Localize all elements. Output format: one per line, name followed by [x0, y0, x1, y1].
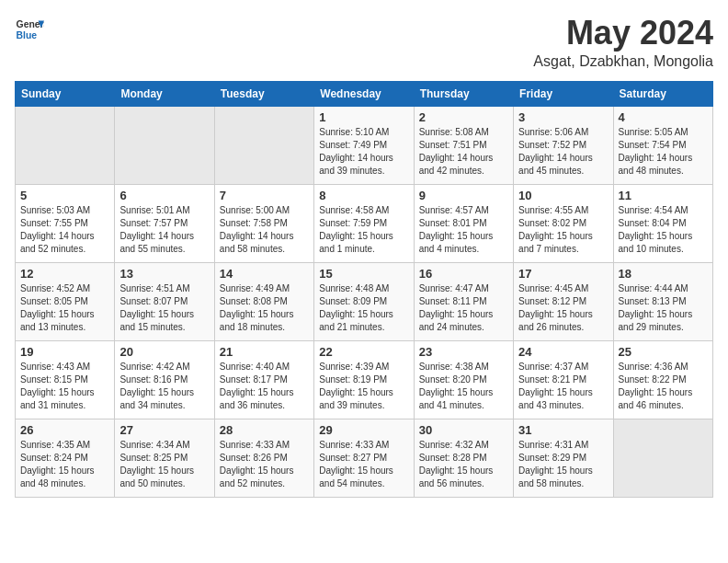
day-number: 29 [319, 423, 408, 437]
day-number: 22 [319, 345, 408, 359]
calendar-cell: 3Sunrise: 5:06 AM Sunset: 7:52 PM Daylig… [514, 106, 613, 184]
logo: General Blue [15, 15, 44, 44]
weekday-header-monday: Monday [115, 81, 214, 106]
calendar-cell: 23Sunrise: 4:38 AM Sunset: 8:20 PM Dayli… [414, 340, 513, 419]
calendar-cell [214, 106, 313, 184]
calendar-cell: 2Sunrise: 5:08 AM Sunset: 7:51 PM Daylig… [414, 106, 513, 184]
calendar-cell: 27Sunrise: 4:34 AM Sunset: 8:25 PM Dayli… [115, 419, 214, 497]
logo-icon: General Blue [15, 15, 44, 44]
day-number: 21 [220, 345, 309, 359]
day-number: 15 [319, 267, 408, 281]
day-number: 20 [119, 345, 209, 359]
day-number: 31 [518, 423, 608, 437]
day-number: 5 [20, 189, 109, 202]
weekday-header-sunday: Sunday [16, 81, 115, 106]
day-number: 18 [619, 267, 708, 281]
calendar-cell: 21Sunrise: 4:40 AM Sunset: 8:17 PM Dayli… [214, 340, 313, 419]
day-number: 8 [319, 189, 408, 202]
day-info: Sunrise: 4:51 AM Sunset: 8:07 PM Dayligh… [119, 282, 209, 334]
day-number: 2 [419, 110, 508, 124]
day-info: Sunrise: 4:43 AM Sunset: 8:15 PM Dayligh… [20, 361, 109, 412]
day-number: 10 [518, 189, 608, 202]
calendar-table: SundayMondayTuesdayWednesdayThursdayFrid… [15, 81, 713, 498]
day-number: 1 [319, 110, 408, 124]
day-info: Sunrise: 5:03 AM Sunset: 7:55 PM Dayligh… [20, 204, 109, 256]
weekday-header-saturday: Saturday [613, 81, 712, 106]
day-info: Sunrise: 4:52 AM Sunset: 8:05 PM Dayligh… [20, 282, 109, 334]
calendar-cell: 12Sunrise: 4:52 AM Sunset: 8:05 PM Dayli… [16, 262, 115, 340]
day-info: Sunrise: 4:40 AM Sunset: 8:17 PM Dayligh… [220, 361, 309, 412]
day-info: Sunrise: 4:49 AM Sunset: 8:08 PM Dayligh… [220, 282, 309, 334]
day-number: 19 [20, 345, 109, 359]
day-number: 30 [419, 423, 508, 437]
day-info: Sunrise: 4:32 AM Sunset: 8:28 PM Dayligh… [419, 439, 508, 490]
day-info: Sunrise: 4:57 AM Sunset: 8:01 PM Dayligh… [419, 204, 508, 256]
day-info: Sunrise: 5:10 AM Sunset: 7:49 PM Dayligh… [319, 126, 408, 178]
day-number: 11 [619, 189, 708, 202]
calendar-cell: 8Sunrise: 4:58 AM Sunset: 7:59 PM Daylig… [314, 184, 414, 262]
day-number: 26 [20, 423, 109, 437]
month-title: May 2024 [533, 15, 713, 52]
day-info: Sunrise: 4:42 AM Sunset: 8:16 PM Dayligh… [119, 361, 209, 412]
day-info: Sunrise: 4:33 AM Sunset: 8:27 PM Dayligh… [319, 439, 408, 490]
day-number: 14 [220, 267, 309, 281]
day-info: Sunrise: 4:31 AM Sunset: 8:29 PM Dayligh… [518, 439, 608, 490]
day-info: Sunrise: 5:01 AM Sunset: 7:57 PM Dayligh… [119, 204, 209, 256]
day-info: Sunrise: 4:36 AM Sunset: 8:22 PM Dayligh… [619, 361, 708, 412]
day-info: Sunrise: 4:38 AM Sunset: 8:20 PM Dayligh… [419, 361, 508, 412]
calendar-cell [115, 106, 214, 184]
day-info: Sunrise: 4:44 AM Sunset: 8:13 PM Dayligh… [619, 282, 708, 334]
calendar-week-row: 1Sunrise: 5:10 AM Sunset: 7:49 PM Daylig… [16, 106, 713, 184]
day-info: Sunrise: 4:47 AM Sunset: 8:11 PM Dayligh… [419, 282, 508, 334]
day-number: 25 [619, 345, 708, 359]
calendar-cell: 28Sunrise: 4:33 AM Sunset: 8:26 PM Dayli… [214, 419, 313, 497]
day-info: Sunrise: 5:06 AM Sunset: 7:52 PM Dayligh… [518, 126, 608, 178]
day-info: Sunrise: 5:08 AM Sunset: 7:51 PM Dayligh… [419, 126, 508, 178]
calendar-cell: 20Sunrise: 4:42 AM Sunset: 8:16 PM Dayli… [115, 340, 214, 419]
calendar-cell: 14Sunrise: 4:49 AM Sunset: 8:08 PM Dayli… [214, 262, 313, 340]
calendar-week-row: 5Sunrise: 5:03 AM Sunset: 7:55 PM Daylig… [16, 184, 713, 262]
calendar-cell: 9Sunrise: 4:57 AM Sunset: 8:01 PM Daylig… [414, 184, 513, 262]
day-number: 4 [619, 110, 708, 124]
day-info: Sunrise: 4:39 AM Sunset: 8:19 PM Dayligh… [319, 361, 408, 412]
day-number: 24 [518, 345, 608, 359]
day-number: 16 [419, 267, 508, 281]
weekday-header-tuesday: Tuesday [214, 81, 313, 106]
day-number: 7 [220, 189, 309, 202]
weekday-header-row: SundayMondayTuesdayWednesdayThursdayFrid… [16, 81, 713, 106]
day-number: 28 [220, 423, 309, 437]
day-number: 17 [518, 267, 608, 281]
weekday-header-thursday: Thursday [414, 81, 513, 106]
calendar-cell: 22Sunrise: 4:39 AM Sunset: 8:19 PM Dayli… [314, 340, 414, 419]
weekday-header-friday: Friday [514, 81, 613, 106]
day-number: 12 [20, 267, 109, 281]
calendar-week-row: 19Sunrise: 4:43 AM Sunset: 8:15 PM Dayli… [16, 340, 713, 419]
calendar-cell: 13Sunrise: 4:51 AM Sunset: 8:07 PM Dayli… [115, 262, 214, 340]
calendar-cell [613, 419, 712, 497]
page-header: General Blue May 2024 Asgat, Dzabkhan, M… [15, 15, 713, 70]
calendar-cell: 29Sunrise: 4:33 AM Sunset: 8:27 PM Dayli… [314, 419, 414, 497]
calendar-week-row: 26Sunrise: 4:35 AM Sunset: 8:24 PM Dayli… [16, 419, 713, 497]
calendar-cell: 6Sunrise: 5:01 AM Sunset: 7:57 PM Daylig… [115, 184, 214, 262]
day-number: 27 [119, 423, 209, 437]
day-info: Sunrise: 4:55 AM Sunset: 8:02 PM Dayligh… [518, 204, 608, 256]
calendar-cell [16, 106, 115, 184]
calendar-cell: 25Sunrise: 4:36 AM Sunset: 8:22 PM Dayli… [613, 340, 712, 419]
location: Asgat, Dzabkhan, Mongolia [533, 53, 713, 70]
calendar-cell: 18Sunrise: 4:44 AM Sunset: 8:13 PM Dayli… [613, 262, 712, 340]
day-info: Sunrise: 4:48 AM Sunset: 8:09 PM Dayligh… [319, 282, 408, 334]
calendar-cell: 16Sunrise: 4:47 AM Sunset: 8:11 PM Dayli… [414, 262, 513, 340]
calendar-cell: 15Sunrise: 4:48 AM Sunset: 8:09 PM Dayli… [314, 262, 414, 340]
calendar-cell: 1Sunrise: 5:10 AM Sunset: 7:49 PM Daylig… [314, 106, 414, 184]
day-info: Sunrise: 4:35 AM Sunset: 8:24 PM Dayligh… [20, 439, 109, 490]
day-info: Sunrise: 4:54 AM Sunset: 8:04 PM Dayligh… [619, 204, 708, 256]
day-info: Sunrise: 4:45 AM Sunset: 8:12 PM Dayligh… [518, 282, 608, 334]
weekday-header-wednesday: Wednesday [314, 81, 414, 106]
calendar-cell: 17Sunrise: 4:45 AM Sunset: 8:12 PM Dayli… [514, 262, 613, 340]
day-number: 23 [419, 345, 508, 359]
calendar-cell: 24Sunrise: 4:37 AM Sunset: 8:21 PM Dayli… [514, 340, 613, 419]
day-info: Sunrise: 4:33 AM Sunset: 8:26 PM Dayligh… [220, 439, 309, 490]
day-number: 6 [119, 189, 209, 202]
calendar-cell: 4Sunrise: 5:05 AM Sunset: 7:54 PM Daylig… [613, 106, 712, 184]
day-number: 3 [518, 110, 608, 124]
